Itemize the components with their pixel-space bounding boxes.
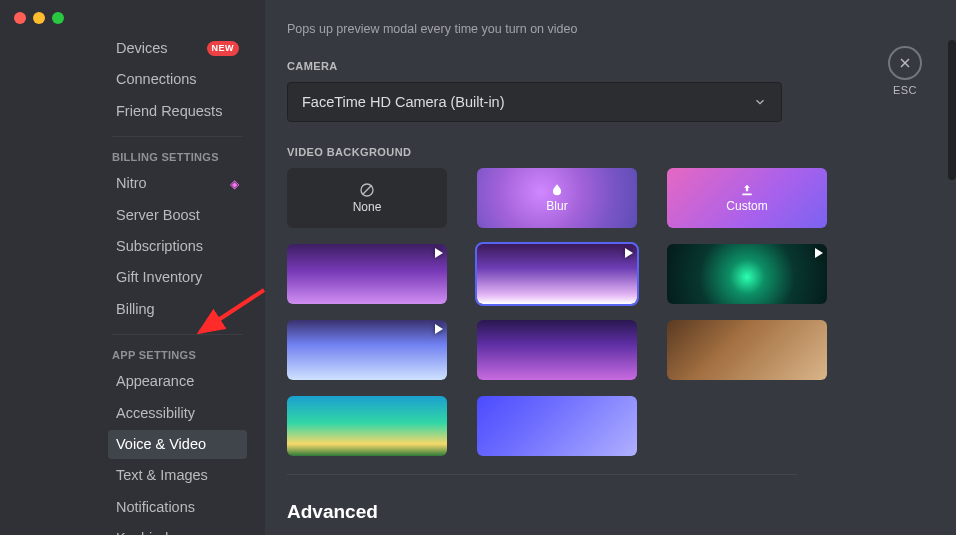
bg-tile-preset-2[interactable] — [477, 244, 637, 304]
close-settings: ESC — [888, 46, 922, 96]
settings-content: Pops up preview modal every time you tur… — [265, 0, 956, 535]
video-background-section-label: VIDEO BACKGROUND — [287, 146, 916, 158]
upload-icon — [740, 183, 754, 197]
play-icon — [625, 248, 633, 258]
blur-icon — [550, 183, 564, 197]
nitro-indicator-icon: ◈ — [230, 177, 239, 191]
sidebar-item-friend-requests[interactable]: Friend Requests — [108, 97, 247, 126]
sidebar-item-billing[interactable]: Billing — [108, 295, 247, 324]
sidebar-item-server-boost[interactable]: Server Boost — [108, 201, 247, 230]
bg-tile-preset-5[interactable] — [477, 320, 637, 380]
sidebar-item-label: Keybinds — [116, 530, 176, 535]
bg-tile-none[interactable]: None — [287, 168, 447, 228]
settings-sidebar: Devices NEW Connections Friend Requests … — [0, 0, 265, 535]
bg-tile-custom[interactable]: Custom — [667, 168, 827, 228]
content-scrollbar[interactable] — [948, 40, 956, 180]
bg-tile-preset-7[interactable] — [287, 396, 447, 456]
sidebar-category-billing: BILLING SETTINGS — [112, 151, 247, 163]
sidebar-item-voice-video[interactable]: Voice & Video — [108, 430, 247, 459]
sidebar-item-label: Connections — [116, 71, 197, 88]
sidebar-item-label: Accessibility — [116, 405, 195, 422]
tile-label: Custom — [726, 199, 767, 213]
close-icon — [897, 55, 913, 71]
minimize-window-dot[interactable] — [33, 12, 45, 24]
sidebar-item-nitro[interactable]: Nitro ◈ — [108, 169, 247, 198]
sidebar-item-label: Nitro — [116, 175, 147, 192]
svg-line-1 — [362, 185, 371, 194]
play-icon — [435, 248, 443, 258]
bg-tile-preset-8[interactable] — [477, 396, 637, 456]
sidebar-item-label: Server Boost — [116, 207, 200, 224]
esc-label: ESC — [888, 84, 922, 96]
camera-section-label: CAMERA — [287, 60, 916, 72]
close-window-dot[interactable] — [14, 12, 26, 24]
bg-tile-preset-3[interactable] — [667, 244, 827, 304]
svg-rect-2 — [742, 194, 751, 196]
sidebar-item-label: Devices — [116, 40, 168, 57]
sidebar-divider — [112, 136, 243, 137]
new-badge: NEW — [207, 41, 240, 56]
bg-tile-preset-6[interactable] — [667, 320, 827, 380]
sidebar-item-label: Friend Requests — [116, 103, 222, 120]
window-traffic-lights — [8, 8, 257, 34]
bg-tile-preset-4[interactable] — [287, 320, 447, 380]
sidebar-item-label: Voice & Video — [116, 436, 206, 453]
bg-tile-preset-1[interactable] — [287, 244, 447, 304]
sidebar-item-connections[interactable]: Connections — [108, 65, 247, 94]
sidebar-item-text-images[interactable]: Text & Images — [108, 461, 247, 490]
sidebar-item-devices[interactable]: Devices NEW — [108, 34, 247, 63]
chevron-down-icon — [753, 95, 767, 109]
sidebar-item-label: Subscriptions — [116, 238, 203, 255]
sidebar-item-accessibility[interactable]: Accessibility — [108, 399, 247, 428]
sidebar-item-label: Appearance — [116, 373, 194, 390]
tile-label: Blur — [546, 199, 567, 213]
preview-description: Pops up preview modal every time you tur… — [287, 22, 916, 36]
maximize-window-dot[interactable] — [52, 12, 64, 24]
sidebar-category-app: APP SETTINGS — [112, 349, 247, 361]
none-icon — [359, 182, 375, 198]
tile-label: None — [353, 200, 382, 214]
advanced-heading: Advanced — [287, 501, 916, 523]
sidebar-item-label: Gift Inventory — [116, 269, 202, 286]
camera-selected-value: FaceTime HD Camera (Built-in) — [302, 94, 505, 110]
sidebar-item-label: Text & Images — [116, 467, 208, 484]
bg-tile-blur[interactable]: Blur — [477, 168, 637, 228]
section-divider — [287, 474, 797, 475]
sidebar-item-appearance[interactable]: Appearance — [108, 367, 247, 396]
close-button[interactable] — [888, 46, 922, 80]
sidebar-item-label: Billing — [116, 301, 155, 318]
sidebar-item-subscriptions[interactable]: Subscriptions — [108, 232, 247, 261]
sidebar-divider — [112, 334, 243, 335]
camera-select[interactable]: FaceTime HD Camera (Built-in) — [287, 82, 782, 122]
sidebar-item-gift-inventory[interactable]: Gift Inventory — [108, 263, 247, 292]
play-icon — [435, 324, 443, 334]
sidebar-item-notifications[interactable]: Notifications — [108, 493, 247, 522]
video-background-grid: None Blur Custom — [287, 168, 827, 456]
sidebar-item-label: Notifications — [116, 499, 195, 516]
play-icon — [815, 248, 823, 258]
sidebar-item-keybinds[interactable]: Keybinds — [108, 524, 247, 535]
